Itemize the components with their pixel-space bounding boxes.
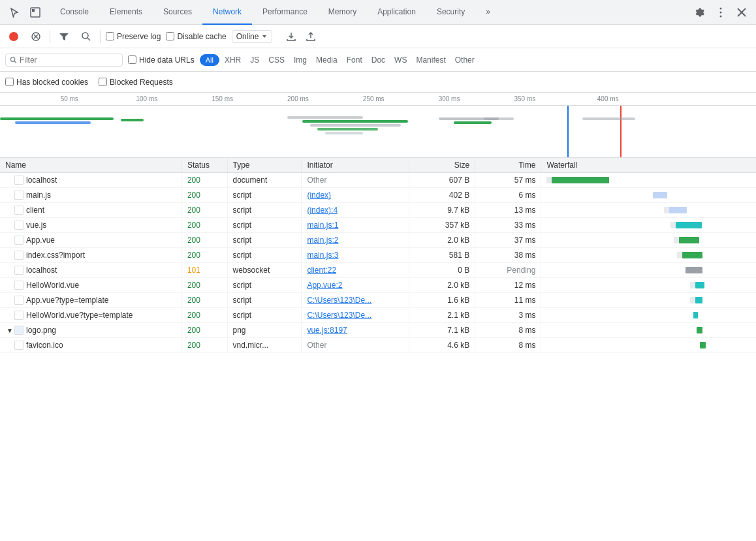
table-row[interactable]: ▼logo.png200pngvue.js:81977.1 kB8 ms <box>0 323 756 338</box>
row-name-cell: favicon.ico <box>5 341 176 350</box>
table-row[interactable]: App.vue200scriptmain.js:22.0 kB37 ms <box>0 233 756 248</box>
row-name-cell: vue.js <box>5 221 176 230</box>
row-size: 357 kB <box>409 218 475 233</box>
tab-console[interactable]: Console <box>50 0 99 25</box>
col-header-time[interactable]: Time <box>475 158 541 173</box>
filter-type-doc[interactable]: Doc <box>368 54 389 66</box>
col-header-name[interactable]: Name <box>0 158 181 173</box>
more-options-icon[interactable] <box>712 3 730 22</box>
row-name[interactable]: HelloWorld.vue?type=template <box>26 311 133 320</box>
row-initiator[interactable]: vue.js:8197 <box>302 323 409 338</box>
search-button[interactable] <box>78 28 95 45</box>
row-name[interactable]: HelloWorld.vue <box>26 281 79 290</box>
tab-application[interactable]: Application <box>367 0 426 25</box>
row-time: 57 ms <box>475 173 541 188</box>
clear-button[interactable] <box>27 28 44 45</box>
table-row[interactable]: index.css?import200scriptmain.js:3581 B3… <box>0 248 756 263</box>
filter-type-xhr[interactable]: XHR <box>221 54 245 66</box>
preserve-log-checkbox[interactable]: Preserve log <box>106 32 161 41</box>
table-row[interactable]: main.js200script(index)402 B6 ms <box>0 188 756 203</box>
row-initiator[interactable]: (index):4 <box>302 203 409 218</box>
row-initiator[interactable]: App.vue:2 <box>302 278 409 293</box>
row-initiator[interactable]: C:\Users\123\De... <box>302 293 409 308</box>
tab-bar: Console Elements Sources Network Perform… <box>0 0 756 25</box>
table-row[interactable]: App.vue?type=template200scriptC:\Users\1… <box>0 293 756 308</box>
col-header-waterfall[interactable]: Waterfall <box>541 158 756 173</box>
row-name-cell: App.vue <box>5 236 176 245</box>
row-name[interactable]: client <box>26 206 44 215</box>
filter-type-other[interactable]: Other <box>451 54 479 66</box>
table-row[interactable]: favicon.ico200vnd.micr...Other4.6 kB8 ms <box>0 338 756 353</box>
file-icon <box>14 281 24 290</box>
settings-icon[interactable] <box>691 3 709 22</box>
row-name[interactable]: logo.png <box>26 326 56 335</box>
table-row[interactable]: localhost200documentOther607 B57 ms <box>0 173 756 188</box>
tab-network[interactable]: Network <box>202 0 252 25</box>
tab-more[interactable]: » <box>475 0 501 25</box>
hide-data-urls-checkbox[interactable]: Hide data URLs <box>128 55 195 65</box>
row-name[interactable]: App.vue <box>26 236 55 245</box>
filter-type-img[interactable]: Img <box>290 54 311 66</box>
filter-type-manifest[interactable]: Manifest <box>412 54 449 66</box>
row-waterfall <box>541 218 756 233</box>
col-header-status[interactable]: Status <box>181 158 227 173</box>
row-name[interactable]: localhost <box>26 266 57 275</box>
has-blocked-cookies-check[interactable]: Has blocked cookies <box>5 78 88 87</box>
row-type: script <box>227 233 302 248</box>
blocked-requests-check[interactable]: Blocked Requests <box>99 78 173 87</box>
filter-type-js[interactable]: JS <box>246 54 263 66</box>
row-name[interactable]: favicon.ico <box>26 341 63 350</box>
filter-input[interactable] <box>20 55 118 65</box>
filter-type-ws[interactable]: WS <box>390 54 411 66</box>
import-button[interactable] <box>283 28 300 45</box>
col-header-size[interactable]: Size <box>409 158 475 173</box>
row-name[interactable]: App.vue?type=template <box>26 296 108 305</box>
filter-type-font[interactable]: Font <box>343 54 366 66</box>
tab-security[interactable]: Security <box>426 0 475 25</box>
row-initiator[interactable]: main.js:2 <box>302 233 409 248</box>
tab-memory[interactable]: Memory <box>318 0 367 25</box>
row-initiator[interactable]: C:\Users\123\De... <box>302 308 409 323</box>
close-icon[interactable] <box>732 3 751 22</box>
svg-point-2 <box>720 7 722 9</box>
row-time: 33 ms <box>475 218 541 233</box>
inspect-icon[interactable] <box>26 3 44 22</box>
filter-button[interactable] <box>55 28 72 45</box>
tab-sources[interactable]: Sources <box>153 0 202 25</box>
row-name[interactable]: index.css?import <box>26 251 85 260</box>
row-waterfall <box>541 278 756 293</box>
export-button[interactable] <box>302 28 319 45</box>
col-header-type[interactable]: Type <box>227 158 302 173</box>
cursor-icon[interactable] <box>5 3 24 22</box>
svg-line-13 <box>14 61 16 63</box>
toolbar: Preserve log Disable cache Online <box>0 25 756 48</box>
filter-type-css[interactable]: CSS <box>264 54 289 66</box>
row-name-cell: localhost <box>5 176 176 185</box>
expand-arrow[interactable]: ▼ <box>5 327 14 334</box>
row-status: 200 <box>181 278 227 293</box>
row-name-cell: App.vue?type=template <box>5 296 176 305</box>
col-header-initiator[interactable]: Initiator <box>302 158 409 173</box>
filter-chip-all[interactable]: All <box>200 54 219 66</box>
table-row[interactable]: HelloWorld.vue200scriptApp.vue:22.0 kB12… <box>0 278 756 293</box>
row-time: 6 ms <box>475 188 541 203</box>
table-row[interactable]: localhost101websocketclient:220 BPending <box>0 263 756 278</box>
row-name[interactable]: main.js <box>26 191 51 200</box>
row-initiator[interactable]: main.js:3 <box>302 248 409 263</box>
row-name[interactable]: localhost <box>26 176 57 185</box>
table-row[interactable]: HelloWorld.vue?type=template200scriptC:\… <box>0 308 756 323</box>
tab-performance[interactable]: Performance <box>252 0 318 25</box>
network-throttle-select[interactable]: Online <box>232 30 273 43</box>
table-row[interactable]: client200script(index):49.7 kB13 ms <box>0 203 756 218</box>
disable-cache-checkbox[interactable]: Disable cache <box>166 32 226 41</box>
filter-type-media[interactable]: Media <box>312 54 341 66</box>
tab-elements[interactable]: Elements <box>99 0 153 25</box>
row-initiator[interactable]: (index) <box>302 188 409 203</box>
row-initiator[interactable]: main.js:1 <box>302 218 409 233</box>
record-button[interactable] <box>5 28 22 45</box>
table-row[interactable]: vue.js200scriptmain.js:1357 kB33 ms <box>0 218 756 233</box>
row-size: 7.1 kB <box>409 323 475 338</box>
svg-point-4 <box>720 15 722 17</box>
row-initiator[interactable]: client:22 <box>302 263 409 278</box>
row-name[interactable]: vue.js <box>26 221 46 230</box>
